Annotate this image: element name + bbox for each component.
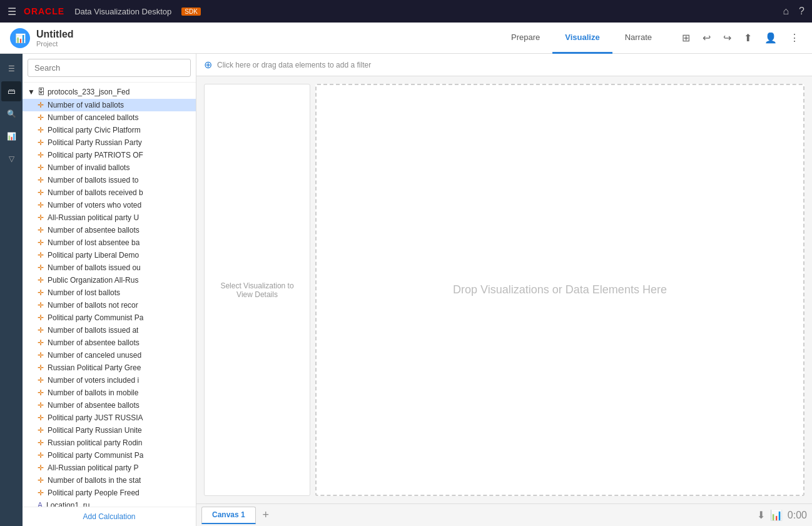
list-item[interactable]: ✛ All-Russian political party U bbox=[23, 211, 196, 224]
list-item[interactable]: ✛ Political party PATRIOTS OF bbox=[23, 149, 196, 161]
measure-icon: ✛ bbox=[38, 151, 44, 159]
list-item[interactable]: ✛ Political Party Russian Unite bbox=[23, 424, 196, 437]
list-item[interactable]: ✛ Number of voters included i bbox=[23, 374, 196, 387]
measure-icon: ✛ bbox=[38, 188, 44, 197]
tab-visualize[interactable]: Visualize bbox=[552, 23, 612, 54]
drop-zone-panel[interactable]: Drop Visualizations or Data Elements Her… bbox=[315, 84, 804, 496]
list-item[interactable]: ✛ Number of ballots not recor bbox=[23, 299, 196, 311]
list-item[interactable]: ✛ Number of valid ballots bbox=[23, 99, 196, 111]
tab-narrate[interactable]: Narrate bbox=[612, 23, 664, 54]
timer-display: 0:00 bbox=[788, 510, 807, 521]
add-canvas-button[interactable]: + bbox=[258, 508, 273, 523]
list-item[interactable]: ✛ Number of ballots issued at bbox=[23, 324, 196, 336]
sidebar-filter-button[interactable]: ▽ bbox=[1, 149, 21, 169]
list-item[interactable]: ✛ Number of invalid ballots bbox=[23, 161, 196, 174]
more-options-button[interactable]: ⋮ bbox=[787, 29, 802, 46]
item-label: Number of absentee ballots bbox=[48, 226, 140, 235]
sidebar-analytics-button[interactable]: 🔍 bbox=[1, 104, 21, 124]
measure-icon: ✛ bbox=[38, 101, 44, 109]
present-button[interactable]: ⊞ bbox=[679, 29, 693, 46]
visualization-detail-panel[interactable]: Select Visualization to View Details bbox=[204, 84, 310, 496]
bottom-bar: Canvas 1 + ⬇ 📊 0:00 bbox=[196, 503, 812, 526]
canvas-area: ⊕ Click here or drag data elements to ad… bbox=[196, 54, 812, 526]
filter-plus-icon[interactable]: ⊕ bbox=[204, 59, 212, 71]
measure-icon: ✛ bbox=[38, 163, 44, 172]
list-item[interactable]: ✛ Number of ballots received b bbox=[23, 186, 196, 199]
download-icon[interactable]: ⬇ bbox=[757, 509, 765, 521]
measure-icon: ✛ bbox=[38, 301, 44, 310]
list-item[interactable]: ✛ Political party People Freed bbox=[23, 487, 196, 499]
list-item[interactable]: ✛ Number of absentee ballots bbox=[23, 224, 196, 236]
home-icon[interactable]: ⌂ bbox=[783, 6, 789, 17]
list-item[interactable]: ✛ Political party Communist Pa bbox=[23, 449, 196, 462]
add-user-button[interactable]: 👤 bbox=[762, 29, 779, 46]
search-box bbox=[23, 54, 196, 83]
list-item[interactable]: ✛ Number of absentee ballots bbox=[23, 399, 196, 412]
redo-button[interactable]: ↪ bbox=[721, 29, 734, 46]
filter-bar: ⊕ Click here or drag data elements to ad… bbox=[196, 54, 812, 76]
database-icon: 🗄 bbox=[38, 88, 45, 96]
list-item[interactable]: ✛ Number of lost absentee ba bbox=[23, 236, 196, 249]
sidebar-data-button[interactable]: 🗃 bbox=[1, 81, 21, 101]
list-item[interactable]: ✛ Political party Communist Pa bbox=[23, 311, 196, 324]
drop-zone-text: Drop Visualizations or Data Elements Her… bbox=[453, 283, 667, 296]
list-item[interactable]: ✛ Number of canceled ballots bbox=[23, 111, 196, 124]
list-item[interactable]: ✛ Russian political party Rodin bbox=[23, 437, 196, 449]
sidebar-chart-button[interactable]: 📊 bbox=[1, 126, 21, 146]
measure-icon: ✛ bbox=[38, 263, 44, 272]
item-label: Number of valid ballots bbox=[48, 101, 124, 109]
item-label: Number of ballots not recor bbox=[48, 301, 138, 310]
item-label: Political party Communist Pa bbox=[48, 451, 143, 460]
list-item[interactable]: ✛ Number of canceled unused bbox=[23, 349, 196, 362]
toolbar-right: ⊞ ↩ ↪ ⬆ 👤 ⋮ bbox=[679, 29, 802, 46]
list-item[interactable]: ✛ Number of ballots issued to bbox=[23, 174, 196, 186]
menu-icon[interactable]: ☰ bbox=[8, 6, 16, 18]
list-item[interactable]: ✛ Political party Civic Platform bbox=[23, 124, 196, 136]
measure-icon: ✛ bbox=[38, 326, 44, 335]
list-item[interactable]: ✛ Number of ballots issued ou bbox=[23, 261, 196, 274]
list-item[interactable]: ✛ Number of ballots in the stat bbox=[23, 474, 196, 487]
measure-icon: ✛ bbox=[38, 288, 44, 297]
tab-prepare[interactable]: Prepare bbox=[499, 23, 552, 54]
measure-icon: ✛ bbox=[38, 138, 44, 147]
tree-root[interactable]: ▼ 🗄 protocols_233_json_Fed bbox=[23, 85, 196, 99]
item-label: Number of ballots issued ou bbox=[48, 263, 141, 272]
item-label: Political party Civic Platform bbox=[48, 126, 141, 134]
search-input[interactable] bbox=[28, 59, 191, 77]
measure-icon: ✛ bbox=[38, 201, 44, 210]
canvas-content: Select Visualization to View Details Dro… bbox=[196, 76, 812, 503]
bottom-bar-right: ⬇ 📊 0:00 bbox=[757, 509, 807, 521]
measure-icon: ✛ bbox=[38, 338, 44, 347]
share-button[interactable]: ⬆ bbox=[741, 29, 754, 46]
list-item[interactable]: ✛ Political party Liberal Demo bbox=[23, 249, 196, 261]
item-label: Number of canceled unused bbox=[48, 351, 141, 360]
item-label: Number of absentee ballots bbox=[48, 338, 140, 347]
sidebar-menu-button[interactable]: ☰ bbox=[1, 59, 21, 79]
measure-icon: ✛ bbox=[38, 376, 44, 385]
chart-icon[interactable]: 📊 bbox=[770, 509, 783, 521]
list-item[interactable]: ✛ Number of absentee ballots bbox=[23, 336, 196, 349]
undo-button[interactable]: ↩ bbox=[700, 29, 713, 46]
list-item[interactable]: ✛ Number of voters who voted bbox=[23, 199, 196, 211]
item-label: Number of ballots received b bbox=[48, 188, 143, 197]
item-label: Political Party Russian Unite bbox=[48, 426, 142, 435]
help-icon[interactable]: ? bbox=[799, 6, 804, 17]
add-calculation-button[interactable]: Add Calculation bbox=[83, 512, 135, 521]
project-name: Untitled bbox=[36, 29, 74, 40]
list-item[interactable]: ✛ Number of lost ballots bbox=[23, 286, 196, 299]
measure-icon: ✛ bbox=[38, 463, 44, 472]
measure-icon: ✛ bbox=[38, 251, 44, 260]
list-item[interactable]: ✛ All-Russian political party P bbox=[23, 462, 196, 474]
item-label: Political party Communist Pa bbox=[48, 313, 143, 322]
list-item[interactable]: ✛ Political party JUST RUSSIA bbox=[23, 412, 196, 424]
list-item[interactable]: A Location1_ru bbox=[23, 499, 196, 507]
measure-icon: ✛ bbox=[38, 276, 44, 285]
project-info: Untitled Project bbox=[36, 29, 74, 48]
list-item[interactable]: ✛ Public Organization All-Rus bbox=[23, 274, 196, 286]
list-item[interactable]: ✛ Political Party Russian Party bbox=[23, 136, 196, 149]
list-item[interactable]: ✛ Russian Political Party Gree bbox=[23, 362, 196, 374]
item-label: Number of ballots issued to bbox=[48, 176, 138, 185]
list-item[interactable]: ✛ Number of ballots in mobile bbox=[23, 387, 196, 399]
canvas-tab-1[interactable]: Canvas 1 bbox=[201, 507, 256, 524]
top-bar: ☰ ORACLE Data Visualization Desktop SDK … bbox=[0, 0, 812, 23]
